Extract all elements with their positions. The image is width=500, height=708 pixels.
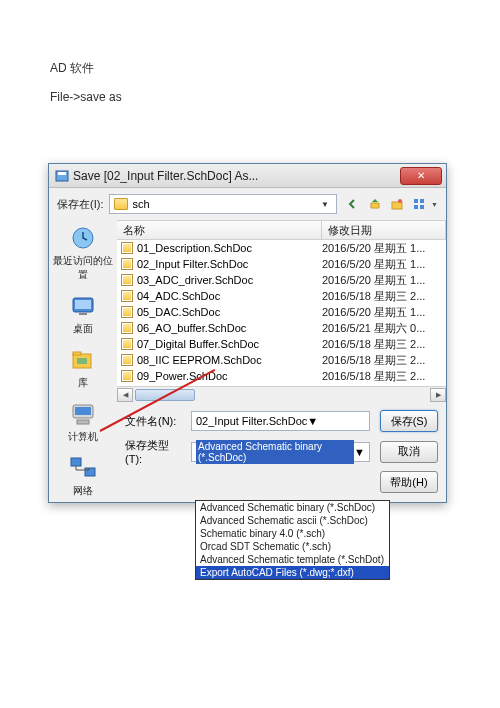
close-icon: ✕ [417, 170, 425, 181]
cancel-button[interactable]: 取消 [380, 441, 438, 463]
places-sidebar: 最近访问的位置 桌面 库 计算机 网络 [49, 220, 117, 502]
close-button[interactable]: ✕ [400, 167, 442, 185]
sidebar-item-desktop[interactable]: 桌面 [49, 292, 117, 336]
svg-rect-2 [392, 202, 402, 209]
file-row[interactable]: 02_Input Filter.SchDoc2016/5/20 星期五 1... [117, 256, 446, 272]
column-date[interactable]: 修改日期 [322, 221, 446, 239]
save-in-dropdown[interactable]: sch ▼ [109, 194, 337, 214]
svg-rect-13 [73, 352, 81, 355]
document-icon [121, 338, 133, 350]
up-one-level-button[interactable] [365, 194, 385, 214]
svg-rect-18 [71, 458, 81, 466]
file-row[interactable]: 08_IIC EEPROM.SchDoc2016/5/18 星期三 2... [117, 352, 446, 368]
document-icon [121, 370, 133, 382]
folder-icon [114, 198, 128, 210]
scroll-right-button[interactable]: ▶ [430, 388, 446, 402]
file-row[interactable]: 01_Description.SchDoc2016/5/20 星期五 1... [117, 240, 446, 256]
file-list-header: 名称 修改日期 [117, 220, 446, 240]
svg-rect-14 [77, 358, 87, 364]
chevron-down-icon[interactable]: ▼ [307, 415, 318, 427]
view-menu-button[interactable] [409, 194, 429, 214]
svg-rect-4 [414, 199, 418, 203]
svg-rect-17 [77, 420, 89, 424]
document-icon [121, 258, 133, 270]
chevron-down-icon: ▼ [318, 197, 332, 211]
network-icon [67, 454, 99, 482]
page-subtext: File->save as [50, 90, 122, 104]
svg-rect-5 [420, 199, 424, 203]
svg-rect-7 [420, 205, 424, 209]
titlebar[interactable]: Save [02_Input Filter.SchDoc] As... ✕ [49, 164, 446, 188]
svg-rect-16 [75, 407, 91, 415]
svg-point-3 [398, 199, 402, 203]
svg-rect-6 [414, 205, 418, 209]
save-in-row: 保存在(I): sch ▼ ▼ [49, 188, 446, 220]
savetype-option[interactable]: Export AutoCAD Files (*.dwg;*.dxf) [196, 566, 389, 579]
libraries-icon [67, 346, 99, 374]
document-icon [121, 290, 133, 302]
help-button[interactable]: 帮助(H) [380, 471, 438, 493]
savetype-option[interactable]: Advanced Schematic template (*.SchDot) [196, 553, 389, 566]
savetype-option[interactable]: Orcad SDT Schematic (*.sch) [196, 540, 389, 553]
sidebar-item-computer[interactable]: 计算机 [49, 400, 117, 444]
file-row[interactable]: 06_AO_buffer.SchDoc2016/5/21 星期六 0... [117, 320, 446, 336]
filename-label: 文件名(N): [125, 414, 181, 429]
chevron-down-icon[interactable]: ▼ [354, 446, 365, 458]
svg-rect-10 [75, 300, 91, 309]
save-as-dialog: Save [02_Input Filter.SchDoc] As... ✕ 保存… [48, 163, 447, 503]
filename-input[interactable]: 02_Input Filter.SchDoc ▼ [191, 411, 370, 431]
file-row[interactable]: 04_ADC.SchDoc2016/5/18 星期三 2... [117, 288, 446, 304]
save-button[interactable]: 保存(S) [380, 410, 438, 432]
computer-icon [67, 400, 99, 428]
desktop-icon [67, 292, 99, 320]
save-in-value: sch [132, 198, 149, 210]
scroll-left-button[interactable]: ◀ [117, 388, 133, 402]
sidebar-item-recent[interactable]: 最近访问的位置 [49, 224, 117, 282]
save-in-label: 保存在(I): [57, 197, 103, 212]
new-folder-button[interactable] [387, 194, 407, 214]
document-icon [121, 306, 133, 318]
savetype-option[interactable]: Advanced Schematic binary (*.SchDoc) [196, 501, 389, 514]
file-list[interactable]: 01_Description.SchDoc2016/5/20 星期五 1...0… [117, 240, 446, 386]
savetype-dropdown[interactable]: Advanced Schematic binary (*.SchDoc) ▼ [191, 442, 370, 462]
dialog-title: Save [02_Input Filter.SchDoc] As... [73, 169, 400, 183]
document-icon [121, 274, 133, 286]
savetype-option[interactable]: Advanced Schematic ascii (*.SchDoc) [196, 514, 389, 527]
document-icon [121, 242, 133, 254]
svg-rect-19 [85, 468, 95, 476]
file-row[interactable]: 09_Power.SchDoc2016/5/18 星期三 2... [117, 368, 446, 384]
file-row[interactable]: 07_Digital Buffer.SchDoc2016/5/18 星期三 2.… [117, 336, 446, 352]
savetype-options-list[interactable]: Advanced Schematic binary (*.SchDoc)Adva… [195, 500, 390, 580]
view-menu-arrow-icon[interactable]: ▼ [431, 201, 438, 208]
file-row[interactable]: 03_ADC_driver.SchDoc2016/5/20 星期五 1... [117, 272, 446, 288]
file-row[interactable]: 05_DAC.SchDoc2016/5/20 星期五 1... [117, 304, 446, 320]
page-heading: AD 软件 [50, 60, 94, 77]
svg-rect-1 [58, 172, 66, 175]
svg-rect-11 [79, 313, 87, 315]
document-icon [121, 354, 133, 366]
back-button[interactable] [343, 194, 363, 214]
sidebar-item-network[interactable]: 网络 [49, 454, 117, 498]
sidebar-item-libraries[interactable]: 库 [49, 346, 117, 390]
app-icon [55, 169, 69, 183]
recent-icon [67, 224, 99, 252]
column-name[interactable]: 名称 [117, 221, 322, 239]
savetype-option[interactable]: Schematic binary 4.0 (*.sch) [196, 527, 389, 540]
document-icon [121, 322, 133, 334]
savetype-label: 保存类型(T): [125, 438, 181, 465]
